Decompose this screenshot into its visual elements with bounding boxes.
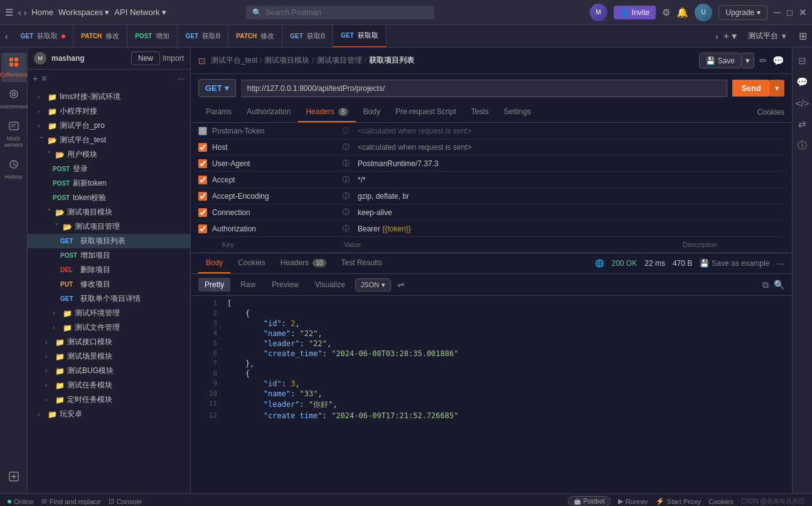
import-button[interactable]: Import	[163, 51, 184, 65]
send-dropdown-button[interactable]: ▾	[770, 80, 784, 97]
folder-test-api[interactable]: › 📁 测试接口模块	[28, 335, 190, 349]
header-checkbox[interactable]	[198, 127, 207, 135]
sidebar-item-collections[interactable]: Collections	[1, 53, 26, 82]
sidebar-item-history[interactable]: History	[1, 155, 26, 184]
breadcrumb-item-2[interactable]: 测试项目模块	[264, 55, 309, 66]
tab-prerequest[interactable]: Pre-request Script	[388, 102, 464, 122]
method-select[interactable]: GET ▾	[198, 79, 236, 97]
send-button[interactable]: Send	[732, 80, 770, 97]
format-tab-pretty[interactable]: Pretty	[198, 278, 230, 292]
folder-test-file[interactable]: › 📁 测试文件管理	[28, 320, 190, 335]
search-input[interactable]	[265, 8, 428, 17]
folder-test-task[interactable]: › 📁 测试任务模块	[28, 378, 190, 393]
tab-scroll-left-button[interactable]: ‹	[3, 30, 11, 43]
comment-button[interactable]: 💬	[772, 53, 784, 68]
collection-item-testtest[interactable]: › 📂 测试平台_test	[28, 133, 190, 147]
tab-get-2[interactable]: GET 获取B	[178, 25, 228, 48]
runner-button[interactable]: ▶ Runner	[618, 497, 648, 505]
breadcrumb-item-1[interactable]: 测试平台_test	[211, 55, 257, 66]
cookies-link[interactable]: Cookies	[757, 108, 784, 117]
request-get-projects[interactable]: GET 获取项目列表	[28, 234, 190, 248]
header-checkbox[interactable]	[198, 192, 207, 201]
find-replace-button[interactable]: ⊘ Find and replace	[41, 497, 101, 505]
format-tab-raw[interactable]: Raw	[234, 278, 262, 292]
close-button[interactable]: ✕	[799, 7, 807, 18]
copy-response-button[interactable]: ⧉	[762, 280, 769, 290]
maximize-button[interactable]: □	[787, 7, 793, 18]
folder-test-scene[interactable]: › 📁 测试场景模块	[28, 349, 190, 364]
request-update-project[interactable]: PUT 修改项目	[28, 277, 190, 292]
collection-item-testpro[interactable]: › 📁 测试平台_pro	[28, 119, 190, 133]
collection-item-android[interactable]: › 📁 玩安卓	[28, 407, 190, 421]
header-checkbox[interactable]	[198, 224, 207, 233]
header-checkbox[interactable]	[198, 208, 207, 217]
collection-item-miniapp[interactable]: › 📁 小程序对接	[28, 104, 190, 119]
home-link[interactable]: Home	[31, 8, 53, 17]
folder-test-bug[interactable]: › 📁 测试BUG模块	[28, 364, 190, 378]
breadcrumb-item-3[interactable]: 测试项目管理	[317, 55, 362, 66]
collection-item-lims[interactable]: › 📁 lims对接-测试环境	[28, 90, 190, 104]
invite-button[interactable]: 👤 Invite	[614, 6, 656, 19]
resp-tab-cookies[interactable]: Cookies	[230, 253, 272, 273]
url-input[interactable]	[241, 80, 727, 97]
sidebar-item-mock[interactable]: Mock servers	[1, 117, 26, 153]
layout-button[interactable]: ⊞	[799, 30, 807, 42]
sidebar-menu-button[interactable]: ···	[178, 73, 185, 83]
format-tab-visualize[interactable]: Visualize	[309, 278, 351, 292]
new-tab-button[interactable]: +	[724, 31, 729, 42]
search-response-button[interactable]: 🔍	[774, 280, 784, 290]
tab-menu-button[interactable]: ▾	[732, 30, 737, 42]
avatar-1[interactable]: M	[590, 4, 607, 21]
request-add-project[interactable]: POST 增加项目	[28, 248, 190, 263]
request-verify-token[interactable]: POST token校验	[28, 191, 190, 205]
request-delete-project[interactable]: DEL 删除项目	[28, 263, 190, 277]
resp-tab-test-results[interactable]: Test Results	[334, 253, 390, 273]
settings-button[interactable]: ⚙	[662, 7, 670, 18]
api-network-button[interactable]: API Network ▾	[114, 8, 166, 17]
tab-patch-2[interactable]: PATCH 修改	[228, 25, 282, 48]
workspaces-button[interactable]: Workspaces ▾	[58, 8, 109, 17]
new-button[interactable]: New	[131, 51, 160, 65]
header-checkbox[interactable]	[198, 176, 207, 184]
workspace-dropdown-button[interactable]: ▾	[782, 31, 786, 41]
folder-test-env[interactable]: › 📁 测试环境管理	[28, 306, 190, 320]
sidebar-item-environments[interactable]: Environments	[1, 85, 26, 114]
request-refresh-token[interactable]: POST 刷新token	[28, 176, 190, 191]
resp-more-button[interactable]: ···	[777, 258, 784, 268]
tab-scroll-right-button[interactable]: ›	[713, 30, 721, 43]
header-checkbox[interactable]	[198, 159, 207, 168]
notifications-button[interactable]: 🔔	[676, 7, 688, 18]
tab-headers[interactable]: Headers 8	[298, 102, 355, 122]
folder-user[interactable]: › 📂 用户模块	[28, 147, 190, 162]
wrap-lines-button[interactable]: ⇌	[397, 280, 405, 290]
request-login[interactable]: POST 登录	[28, 162, 190, 176]
nav-forward-button[interactable]: ›	[24, 8, 27, 18]
tab-get-1[interactable]: GET 获取取	[13, 25, 74, 48]
list-view-button[interactable]: ≡	[41, 73, 46, 83]
request-get-project-detail[interactable]: GET 获取单个项目详情	[28, 292, 190, 306]
folder-cron-task[interactable]: › 📁 定时任务模块	[28, 393, 190, 407]
cookies-button[interactable]: Cookies	[708, 498, 734, 505]
tab-params[interactable]: Params	[198, 102, 239, 122]
postbot-button[interactable]: 🤖 Postbot	[568, 496, 611, 506]
right-panel-comment-button[interactable]: 💬	[794, 74, 811, 90]
right-panel-connect-button[interactable]: ⇄	[796, 116, 809, 132]
resp-tab-body[interactable]: Body	[198, 253, 230, 273]
folder-testproject-mgmt[interactable]: › 📂 测试项目管理	[28, 219, 190, 234]
upgrade-button[interactable]: Upgrade ▾	[719, 5, 767, 20]
tab-get-active[interactable]: GET 获取取	[333, 25, 387, 48]
sidebar-item-add[interactable]	[1, 467, 26, 488]
folder-testproject[interactable]: › 📂 测试项目模块	[28, 205, 190, 219]
edit-button[interactable]: ✏	[759, 53, 767, 68]
save-dropdown-button[interactable]: ▾	[742, 53, 754, 68]
resp-tab-headers[interactable]: Headers 10	[273, 253, 334, 273]
tab-post-1[interactable]: POST 增加	[127, 25, 178, 48]
header-checkbox[interactable]	[198, 143, 207, 152]
format-tab-preview[interactable]: Preview	[265, 278, 305, 292]
tab-patch-1[interactable]: PATCH 修改	[73, 25, 127, 48]
hamburger-menu-button[interactable]: ☰	[5, 7, 13, 18]
tab-body[interactable]: Body	[356, 102, 388, 122]
save-button[interactable]: 💾 Save	[699, 53, 742, 68]
avatar-2[interactable]: U	[695, 4, 712, 21]
right-panel-send-button[interactable]: ⊟	[796, 53, 809, 69]
